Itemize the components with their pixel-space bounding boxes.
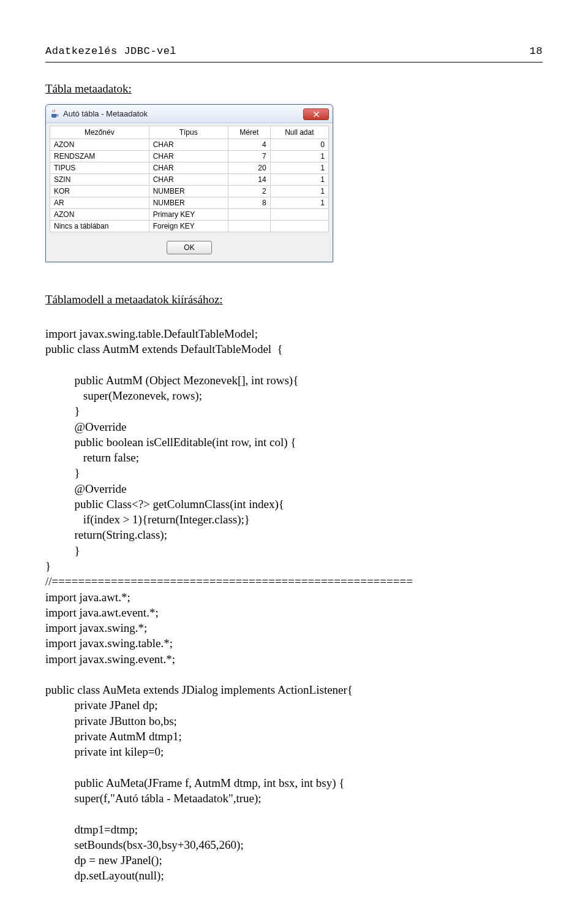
table-cell: CHAR	[149, 162, 228, 174]
table-cell: NUMBER	[149, 197, 228, 209]
ok-button[interactable]: OK	[167, 241, 212, 254]
table-cell: AR	[50, 197, 149, 209]
column-header: Méret	[228, 126, 270, 139]
header-rule	[45, 62, 543, 63]
metadata-table: Mezőnév Típus Méret Null adat AZONCHAR40…	[50, 126, 329, 232]
dialog-titlebar: Autó tábla - Metaadatok	[46, 105, 333, 123]
table-cell: 1	[270, 151, 328, 162]
table-cell: 1	[270, 186, 328, 197]
header-right: 18	[530, 45, 543, 57]
table-cell: 4	[228, 139, 270, 151]
table-cell: 8	[228, 197, 270, 209]
table-row: TIPUSCHAR201	[50, 162, 329, 174]
page-header: Adatkezelés JDBC-vel 18	[45, 45, 543, 57]
table-cell	[228, 209, 270, 221]
table-cell: 1	[270, 197, 328, 209]
table-header-row: Mezőnév Típus Méret Null adat	[50, 126, 329, 139]
close-icon	[314, 112, 319, 117]
table-cell	[228, 221, 270, 232]
table-row: ARNUMBER81	[50, 197, 329, 209]
table-cell: 20	[228, 162, 270, 174]
table-cell: 14	[228, 174, 270, 186]
close-button[interactable]	[303, 108, 329, 120]
table-cell	[270, 209, 328, 221]
document-page: Adatkezelés JDBC-vel 18 Tábla metaadatok…	[0, 0, 588, 907]
table-row: KORNUMBER21	[50, 186, 329, 197]
table-cell: CHAR	[149, 174, 228, 186]
table-cell: CHAR	[149, 139, 228, 151]
table-cell: Primary KEY	[149, 209, 228, 221]
table-cell: CHAR	[149, 151, 228, 162]
table-cell: Nincs a táblában	[50, 221, 149, 232]
table-cell: 1	[270, 174, 328, 186]
dialog-title: Autó tábla - Metaadatok	[63, 109, 303, 118]
code-block-1: import javax.swing.table.DefaultTableMod…	[45, 326, 543, 884]
dialog-button-row: OK	[50, 241, 329, 254]
table-cell: KOR	[50, 186, 149, 197]
table-cell	[270, 221, 328, 232]
metadata-dialog: Autó tábla - Metaadatok Mezőnév Típus Mé…	[45, 104, 333, 262]
table-cell: 2	[228, 186, 270, 197]
column-header: Null adat	[270, 126, 328, 139]
table-row: AZONPrimary KEY	[50, 209, 329, 221]
table-cell: Foreign KEY	[149, 221, 228, 232]
java-coffee-icon	[50, 109, 59, 119]
table-row: RENDSZAMCHAR71	[50, 151, 329, 162]
section-title-model: Táblamodell a metaadatok kiírásához:	[45, 293, 543, 306]
header-left: Adatkezelés JDBC-vel	[45, 45, 176, 57]
table-cell: 1	[270, 162, 328, 174]
table-cell: 0	[270, 139, 328, 151]
dialog-body: Mezőnév Típus Méret Null adat AZONCHAR40…	[46, 123, 333, 262]
table-cell: SZIN	[50, 174, 149, 186]
section-title-metadata: Tábla metaadatok:	[45, 82, 543, 96]
table-cell: TIPUS	[50, 162, 149, 174]
table-row: SZINCHAR141	[50, 174, 329, 186]
table-cell: RENDSZAM	[50, 151, 149, 162]
table-cell: AZON	[50, 209, 149, 221]
column-header: Mezőnév	[50, 126, 149, 139]
table-row: AZONCHAR40	[50, 139, 329, 151]
column-header: Típus	[149, 126, 228, 139]
table-cell: 7	[228, 151, 270, 162]
table-row: Nincs a táblábanForeign KEY	[50, 221, 329, 232]
table-cell: AZON	[50, 139, 149, 151]
table-cell: NUMBER	[149, 186, 228, 197]
